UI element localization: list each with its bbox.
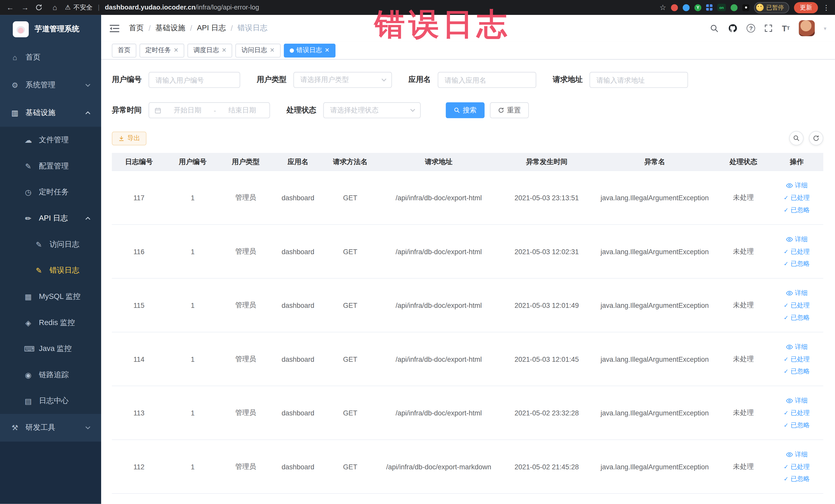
chevron-down-icon xyxy=(381,78,387,81)
sidebar-item-system[interactable]: ⚙ 系统管理 xyxy=(0,72,101,99)
sidebar-item-dev-tools[interactable]: ⚒ 研发工具 xyxy=(0,414,101,442)
breadcrumb-api-logs[interactable]: API 日志 xyxy=(197,23,226,33)
tab-scheduled-tasks[interactable]: 定时任务 ✕ xyxy=(140,43,185,57)
bookmark-star-icon[interactable]: ☆ xyxy=(659,3,666,12)
export-button[interactable]: 导出 xyxy=(112,131,147,145)
user-avatar[interactable] xyxy=(799,20,815,36)
mark-processed-link[interactable]: ✓ 已处理 xyxy=(784,408,810,417)
sidebar-item-infra[interactable]: ▥ 基础设施 xyxy=(0,99,101,127)
table-row: 112 1 管理员 dashboard GET /api/infra/db-do… xyxy=(112,440,823,494)
separator: | xyxy=(98,4,99,11)
breadcrumb-infra[interactable]: 基础设施 xyxy=(156,23,185,33)
home-icon[interactable]: ⌂ xyxy=(50,3,60,12)
mark-processed-link[interactable]: ✓ 已处理 xyxy=(784,193,810,202)
reset-button[interactable]: 重置 xyxy=(490,102,529,118)
extension-icon-7[interactable] xyxy=(742,4,749,11)
cell-request-url: /api/infra/db-doc/export-html xyxy=(376,355,501,363)
tab-dispatch-log[interactable]: 调度日志 ✕ xyxy=(188,43,232,57)
avatar-dropdown-caret-icon[interactable]: ▾ xyxy=(824,25,826,31)
sidebar-item-java-monitor[interactable]: ⌨ Java 监控 xyxy=(0,336,101,362)
tab-home[interactable]: 首页 xyxy=(112,43,136,57)
reload-icon[interactable] xyxy=(35,4,45,11)
mark-ignored-link[interactable]: ✓ 已忽略 xyxy=(784,421,810,429)
close-icon[interactable]: ✕ xyxy=(270,47,274,54)
clock-icon: ◷ xyxy=(24,188,32,196)
app-name-input[interactable] xyxy=(437,72,536,88)
sidebar-item-access-log[interactable]: ✎ 访问日志 xyxy=(0,231,101,257)
detail-link[interactable]: 详细 xyxy=(786,235,808,244)
request-url-input[interactable] xyxy=(590,72,688,88)
github-icon[interactable] xyxy=(728,23,738,33)
sidebar-item-redis-monitor[interactable]: ◈ Redis 监控 xyxy=(0,309,101,336)
font-size-icon[interactable]: TT xyxy=(782,24,790,32)
mark-processed-link[interactable]: ✓ 已处理 xyxy=(784,355,810,364)
cell-user-type: 管理员 xyxy=(219,462,272,471)
detail-link[interactable]: 详细 xyxy=(786,181,808,190)
extension-icon-4[interactable] xyxy=(706,4,713,11)
tab-error-log[interactable]: 错误日志 ✕ xyxy=(284,43,335,57)
sidebar-item-error-log[interactable]: ✎ 错误日志 xyxy=(0,257,101,283)
mark-ignored-link[interactable]: ✓ 已忽略 xyxy=(784,259,810,268)
detail-link[interactable]: 详细 xyxy=(786,396,808,405)
extension-icon-3[interactable]: Y xyxy=(694,4,701,11)
extension-icon-5[interactable]: on xyxy=(717,4,726,11)
extension-icon-1[interactable] xyxy=(671,4,678,11)
cell-request-url: /api/infra/db-doc/export-html xyxy=(376,247,501,256)
cell-app-name: dashboard xyxy=(272,247,324,256)
extension-icon-2[interactable] xyxy=(683,4,690,11)
column-status: 处理状态 xyxy=(717,157,770,166)
close-icon[interactable]: ✕ xyxy=(174,47,178,54)
process-status-select[interactable]: 请选择处理状态 xyxy=(323,102,421,118)
browser-update-button[interactable]: 更新 xyxy=(794,2,818,13)
sidebar-fold-icon[interactable] xyxy=(109,24,119,32)
cell-app-name: dashboard xyxy=(272,409,324,417)
profile-paused-badge[interactable]: 已暂停 xyxy=(754,2,789,13)
mark-ignored-link[interactable]: ✓ 已忽略 xyxy=(784,474,810,483)
cell-actions: 详细 ✓ 已处理 ✓ 已忽略 xyxy=(770,235,823,268)
toggle-search-button[interactable] xyxy=(789,131,804,145)
close-icon[interactable]: ✕ xyxy=(222,47,226,54)
column-exception-time: 异常发生时间 xyxy=(501,157,592,166)
help-icon[interactable]: ? xyxy=(747,24,755,32)
sidebar-item-api-logs[interactable]: ✏ API 日志 xyxy=(0,205,101,231)
mark-ignored-link[interactable]: ✓ 已忽略 xyxy=(784,367,810,376)
security-indicator[interactable]: ⚠ 不安全 xyxy=(65,3,93,12)
user-id-input[interactable] xyxy=(149,72,240,88)
table-row: 117 1 管理员 dashboard GET /api/infra/db-do… xyxy=(112,171,823,225)
detail-link[interactable]: 详细 xyxy=(786,450,808,459)
back-icon[interactable]: ← xyxy=(5,3,15,12)
close-icon[interactable]: ✕ xyxy=(325,47,330,54)
mark-ignored-link[interactable]: ✓ 已忽略 xyxy=(784,313,810,322)
download-icon xyxy=(118,135,125,141)
mark-processed-link[interactable]: ✓ 已处理 xyxy=(784,247,810,256)
refresh-table-button[interactable] xyxy=(809,131,823,145)
url-bar[interactable]: dashboard.yudao.iocoder.cn/infra/log/api… xyxy=(105,4,259,11)
forward-icon[interactable]: → xyxy=(20,3,30,12)
breadcrumb-home[interactable]: 首页 xyxy=(129,23,144,33)
detail-link[interactable]: 详细 xyxy=(786,342,808,351)
mark-processed-link[interactable]: ✓ 已处理 xyxy=(784,301,810,310)
cell-app-name: dashboard xyxy=(272,194,324,202)
cell-user-id: 1 xyxy=(166,409,219,417)
extension-icon-6[interactable] xyxy=(731,4,737,11)
browser-menu-icon[interactable]: ⋮ xyxy=(823,3,830,11)
sidebar-item-config-management[interactable]: ✎ 配置管理 xyxy=(0,153,101,179)
user-type-select[interactable]: 请选择用户类型 xyxy=(293,72,392,88)
page-content: 用户编号 用户类型 请选择用户类型 应用名 xyxy=(101,60,835,504)
sidebar-item-home[interactable]: ⌂ 首页 xyxy=(0,44,101,72)
fullscreen-icon[interactable] xyxy=(765,24,773,32)
sidebar-item-scheduled-tasks[interactable]: ◷ 定时任务 xyxy=(0,179,101,205)
mark-processed-link[interactable]: ✓ 已处理 xyxy=(784,462,810,471)
search-icon[interactable] xyxy=(710,24,719,33)
cell-user-type: 管理员 xyxy=(219,408,272,418)
sidebar-item-link-tracing[interactable]: ◉ 链路追踪 xyxy=(0,362,101,388)
check-icon: ✓ xyxy=(784,476,789,482)
sidebar-item-mysql-monitor[interactable]: ▦ MySQL 监控 xyxy=(0,283,101,310)
search-button[interactable]: 搜索 xyxy=(446,102,484,118)
sidebar-item-log-center[interactable]: ▤ 日志中心 xyxy=(0,388,101,414)
sidebar-item-file-management[interactable]: ☁ 文件管理 xyxy=(0,127,101,153)
tab-access-log[interactable]: 访问日志 ✕ xyxy=(236,43,281,57)
mark-ignored-link[interactable]: ✓ 已忽略 xyxy=(784,205,810,215)
detail-link[interactable]: 详细 xyxy=(786,288,808,297)
exception-time-range-picker[interactable]: 开始日期 - 结束日期 xyxy=(149,102,270,118)
